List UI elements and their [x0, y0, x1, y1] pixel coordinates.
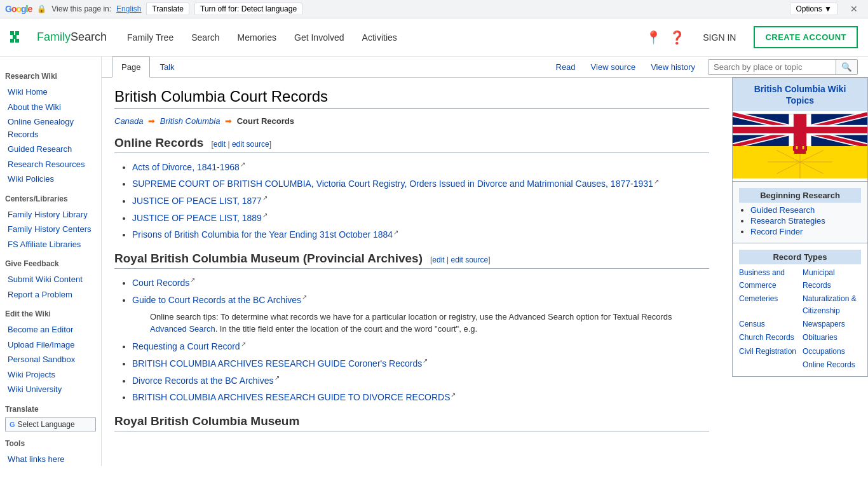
logo[interactable]: FamilySearch — [10, 26, 107, 49]
turn-off-button[interactable]: Turn off for: Detect language — [194, 3, 302, 15]
search-button[interactable]: 🔍 — [836, 60, 857, 74]
select-language-button[interactable]: G Select Language — [5, 417, 96, 431]
tab-view-history[interactable]: View history — [643, 57, 703, 77]
list-item: Divorce Records at the BC Archives — [132, 373, 709, 388]
divorce-records-guide-link[interactable]: BRITISH COLUMBIA ARCHIVES RESEARCH GUIDE… — [132, 392, 456, 402]
record-type-business[interactable]: Business and Commerce — [739, 267, 797, 291]
record-types-grid: Business and Commerce Municipal Records … — [739, 267, 861, 371]
breadcrumb-canada[interactable]: Canada — [114, 116, 144, 126]
advanced-search-link[interactable]: Advanced Search — [150, 324, 215, 334]
record-type-online[interactable]: Online Records — [803, 359, 861, 371]
sidebar-item-family-history-library[interactable]: Family History Library — [5, 207, 96, 222]
list-item: Prisons of British Columbia for the Year… — [132, 227, 709, 242]
svg-rect-2 — [13, 35, 17, 39]
sidebar-item-wiki-policies[interactable]: Wiki Policies — [5, 172, 96, 187]
online-records-edit-link[interactable]: edit — [214, 140, 226, 149]
svg-rect-0 — [10, 31, 14, 35]
tab-view-source[interactable]: View source — [583, 57, 644, 77]
requesting-court-record-link[interactable]: Requesting a Court Record — [132, 341, 246, 351]
sidebar-item-upload-file[interactable]: Upload File/Image — [5, 337, 96, 353]
beginning-research-list: Guided Research Research Strategies Reco… — [739, 205, 861, 236]
sidebar-item-family-history-centers[interactable]: Family History Centers — [5, 222, 96, 237]
royal-museum-edit-source-link[interactable]: edit source — [451, 255, 488, 264]
sidebar-section-centers: Centers/Libraries — [5, 194, 96, 203]
wiki-topics-box: British Columbia Wiki Topics — [732, 78, 868, 377]
nav-activities[interactable]: Activities — [355, 27, 405, 48]
list-item: Guide to Court Records at the BC Archive… — [132, 292, 709, 336]
justice-peace-1877-link[interactable]: JUSTICE OF PEACE LIST, 1877 — [132, 196, 268, 206]
breadcrumb-british-columbia[interactable]: British Columbia — [160, 116, 220, 126]
research-strategies-link[interactable]: Research Strategies — [750, 216, 825, 226]
online-records-title-text: Online Records — [114, 136, 203, 150]
nav-get-involved[interactable]: Get Involved — [287, 27, 352, 48]
supreme-court-link[interactable]: SUPREME COURT OF BRITISH COLUMBIA, Victo… — [132, 179, 659, 189]
beginning-research-title: Beginning Research — [739, 188, 861, 203]
translate-button[interactable]: Translate — [146, 3, 189, 15]
divorce-records-bc-link[interactable]: Divorce Records at the BC Archives — [132, 376, 280, 386]
search-input[interactable] — [709, 60, 836, 74]
tab-page[interactable]: Page — [112, 57, 150, 78]
prisons-bc-link[interactable]: Prisons of British Columbia for the Year… — [132, 229, 398, 240]
justice-peace-1889-link[interactable]: JUSTICE OF PEACE LIST, 1889 — [132, 213, 268, 223]
sidebar-item-wiki-university[interactable]: Wiki University — [5, 382, 96, 397]
close-translate-button[interactable]: ✕ — [845, 3, 863, 15]
record-type-obituaries[interactable]: Obituaries — [803, 332, 861, 344]
help-icon[interactable]: ❓ — [669, 30, 685, 45]
search-box: 🔍 — [708, 59, 858, 75]
breadcrumb-arrow-2: ➡ — [225, 116, 232, 126]
record-type-cemeteries[interactable]: Cemeteries — [739, 293, 797, 317]
tab-read[interactable]: Read — [548, 57, 583, 77]
record-type-civil[interactable]: Civil Registration — [739, 346, 797, 358]
record-type-municipal[interactable]: Municipal Records — [803, 267, 861, 291]
record-types-title: Record Types — [739, 250, 861, 264]
list-item: Acts of Divorce, 1841-1968 — [132, 159, 709, 174]
sidebar-section-feedback: Give Feedback — [5, 259, 96, 268]
options-button[interactable]: Options ▼ — [790, 3, 837, 15]
record-type-naturalization[interactable]: Naturalization & Citizenship — [803, 293, 861, 317]
online-records-edit-source-link[interactable]: edit source — [232, 140, 269, 149]
record-type-newspapers[interactable]: Newspapers — [803, 318, 861, 330]
list-item: SUPREME COURT OF BRITISH COLUMBIA, Victo… — [132, 177, 709, 191]
sidebar-item-research-resources[interactable]: Research Resources — [5, 157, 96, 172]
sidebar-item-fs-affiliate-libraries[interactable]: FS Affiliate Libraries — [5, 237, 96, 252]
guide-court-records-link[interactable]: Guide to Court Records at the BC Archive… — [132, 295, 307, 305]
coroner-records-link[interactable]: BRITISH COLUMBIA ARCHIVES RESEARCH GUIDE… — [132, 358, 428, 369]
royal-museum-edit-link[interactable]: edit — [432, 255, 444, 264]
sidebar-item-submit-wiki[interactable]: Submit Wiki Content — [5, 272, 96, 287]
sidebar-item-what-links-here[interactable]: What links here — [5, 452, 96, 466]
court-records-link[interactable]: Court Records — [132, 278, 195, 288]
view-page-text: View this page in: — [51, 4, 111, 13]
sidebar-section-tools: Tools — [5, 439, 96, 448]
language-link[interactable]: English — [116, 4, 141, 13]
signin-button[interactable]: SIGN IN — [693, 29, 746, 46]
sidebar-item-wiki-projects[interactable]: Wiki Projects — [5, 367, 96, 383]
sidebar-item-wiki-home[interactable]: Wiki Home — [5, 85, 96, 100]
acts-divorce-link[interactable]: Acts of Divorce, 1841-1968 — [132, 162, 245, 172]
svg-rect-1 — [15, 31, 19, 35]
main-header: FamilySearch Family Tree Search Memories… — [0, 18, 868, 57]
sidebar-item-about-wiki[interactable]: About the Wiki — [5, 100, 96, 115]
record-type-church[interactable]: Church Records — [739, 332, 797, 344]
sidebar-item-online-genealogy[interactable]: Online Genealogy Records — [5, 114, 96, 142]
nav-family-tree[interactable]: Family Tree — [119, 27, 181, 48]
logo-family: Family — [37, 30, 71, 43]
nav-memories[interactable]: Memories — [230, 27, 284, 48]
record-type-census[interactable]: Census — [739, 318, 797, 330]
tab-talk[interactable]: Talk — [150, 57, 184, 78]
royal-museum-list: Court Records Guide to Court Records at … — [114, 275, 709, 404]
create-account-button[interactable]: CREATE ACCOUNT — [754, 26, 858, 48]
sidebar-item-personal-sandbox[interactable]: Personal Sandbox — [5, 352, 96, 367]
nav-search[interactable]: Search — [184, 27, 227, 48]
list-item: JUSTICE OF PEACE LIST, 1889 — [132, 210, 709, 225]
sidebar-item-become-editor[interactable]: Become an Editor — [5, 322, 96, 337]
sidebar-item-report-problem[interactable]: Report a Problem — [5, 287, 96, 302]
online-records-edit-links: [edit | edit source] — [211, 140, 271, 149]
list-item: BRITISH COLUMBIA ARCHIVES RESEARCH GUIDE… — [132, 356, 709, 370]
record-type-occupations[interactable]: Occupations — [803, 346, 861, 358]
location-icon[interactable]: 📍 — [646, 30, 661, 45]
sidebar-item-guided-research[interactable]: Guided Research — [5, 142, 96, 157]
beginning-research: Beginning Research Guided Research Resea… — [733, 181, 867, 243]
record-finder-link[interactable]: Record Finder — [750, 227, 803, 236]
guided-research-link[interactable]: Guided Research — [750, 205, 815, 215]
list-item: Record Finder — [750, 227, 861, 236]
